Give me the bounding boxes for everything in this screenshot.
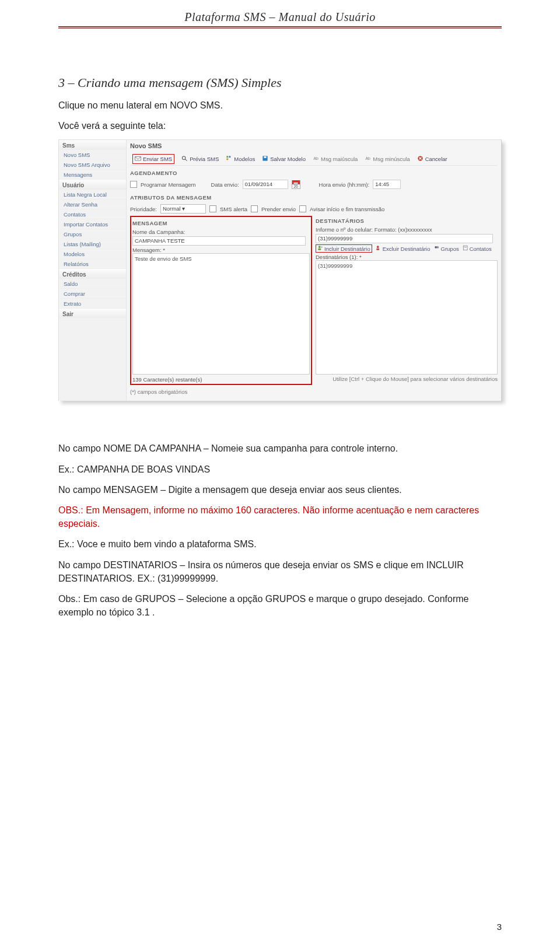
sms-alerta-checkbox[interactable] xyxy=(209,205,216,212)
toolbar-cancelar[interactable]: Cancelar xyxy=(417,155,447,163)
svg-line-2 xyxy=(185,159,187,161)
toolbar-minuscula-label: Msg minúscula xyxy=(373,156,410,162)
after-p5: Ex.: Voce e muito bem vindo a plataforma… xyxy=(58,537,502,551)
sidebar-group-creditos: Créditos xyxy=(59,269,126,279)
excluir-label: Excluir Destinatário xyxy=(383,246,430,252)
toolbar-previa[interactable]: Prévia SMS xyxy=(181,155,219,163)
data-envio-label: Data envio: xyxy=(211,181,239,188)
programar-label: Programar Mensagem xyxy=(141,181,196,188)
svg-rect-5 xyxy=(227,159,229,160)
programar-checkbox[interactable] xyxy=(130,181,137,188)
sidebar-item-alterar-senha[interactable]: Alterar Senha xyxy=(59,200,126,209)
cancel-icon xyxy=(417,155,424,163)
prioridade-select[interactable]: Normal ▾ xyxy=(160,204,206,214)
sidebar-item-comprar[interactable]: Comprar xyxy=(59,289,126,299)
svg-text:Ab: Ab xyxy=(313,157,318,161)
sidebar-item-relatorios[interactable]: Relatórios xyxy=(59,259,126,269)
sidebar-item-grupos[interactable]: Grupos xyxy=(59,229,126,239)
sidebar-item-modelos[interactable]: Modelos xyxy=(59,249,126,259)
mensagem-highlight: MENSAGEM Nome da Campanha: CAMPANHA TEST… xyxy=(130,216,312,385)
group-icon xyxy=(434,245,440,252)
svg-rect-4 xyxy=(229,156,231,158)
contatos-button[interactable]: Contatos xyxy=(463,245,492,252)
grupos-label: Grupos xyxy=(441,246,459,252)
toolbar-salvar[interactable]: Salvar Modelo xyxy=(262,155,306,163)
destinatarios-listbox[interactable]: (31)99999999 xyxy=(316,260,498,375)
spacer xyxy=(58,407,502,435)
svg-rect-17 xyxy=(376,249,379,250)
agendamento-row: Programar Mensagem Data envio: 01/09/201… xyxy=(130,180,498,189)
campos-obrigatorios: (*) campos obrigatórios xyxy=(130,385,498,395)
sidebar-group-sair[interactable]: Sair xyxy=(59,309,126,319)
toolbar-maiuscula[interactable]: Ab Msg maiúscula xyxy=(313,155,358,163)
save-icon xyxy=(262,155,268,163)
svg-point-16 xyxy=(377,246,379,249)
nome-campanha-input[interactable]: CAMPANHA TESTE xyxy=(132,236,306,246)
prender-envio-checkbox[interactable] xyxy=(251,205,258,212)
avisar-label: Avisar início e fim transmissão xyxy=(310,206,384,212)
col-destinatarios: DESTINATÁRIOS Informe o nº do celular: F… xyxy=(316,216,498,385)
svg-point-19 xyxy=(436,246,439,249)
hora-envio-input[interactable]: 14:45 xyxy=(373,180,401,189)
user-remove-icon xyxy=(376,245,382,252)
agendamento-label: AGENDAMENTO xyxy=(130,168,498,179)
sidebar-item-extrato[interactable]: Extrato xyxy=(59,299,126,309)
uppercase-icon: Ab xyxy=(313,155,319,163)
toolbar-modelos-label: Modelos xyxy=(234,156,255,162)
toolbar-enviar-label: Enviar SMS xyxy=(143,156,172,162)
sidebar-item-novo-sms-arquivo[interactable]: Novo SMS Arquivo xyxy=(59,160,126,170)
two-col: MENSAGEM Nome da Campanha: CAMPANHA TEST… xyxy=(130,216,498,385)
sidebar-item-saldo[interactable]: Saldo xyxy=(59,279,126,289)
running-head: Plataforma SMS – Manual do Usuário xyxy=(58,11,502,24)
lowercase-icon: Ab xyxy=(365,155,371,163)
informe-celular-label: Informe o nº do celular: Formato: (xx)xx… xyxy=(316,226,498,233)
mensagem-textarea[interactable]: Teste de envio de SMS xyxy=(132,253,310,375)
intro-line-2: Você verá a seguinte tela: xyxy=(58,119,502,132)
after-p3: No campo MENSAGEM – Digite a mensagem qu… xyxy=(58,483,502,496)
after-p7: Obs.: Em caso de GRUPOS – Selecione a op… xyxy=(58,592,502,619)
send-mail-icon xyxy=(135,155,141,163)
destinatarios-label: DESTINATÁRIOS xyxy=(316,216,498,226)
svg-rect-20 xyxy=(463,246,467,251)
sidebar-item-mensagens[interactable]: Mensagens xyxy=(59,170,126,180)
hora-envio-label: Hora envio (hh:mm): xyxy=(319,181,370,188)
toolbar-enviar-sms[interactable]: Enviar SMS xyxy=(132,154,174,164)
sidebar-item-lista-negra[interactable]: Lista Negra Local xyxy=(59,190,126,200)
templates-icon xyxy=(226,155,232,163)
contacts-icon xyxy=(463,245,468,252)
toolbar-cancelar-label: Cancelar xyxy=(425,156,447,162)
avisar-checkbox[interactable] xyxy=(299,205,306,212)
incluir-label: Incluir Destinatário xyxy=(324,246,370,252)
excluir-destinatario-button[interactable]: Excluir Destinatário xyxy=(376,245,430,252)
contatos-label: Contatos xyxy=(470,246,492,252)
header-rule-thick xyxy=(58,26,502,27)
svg-text:Ab: Ab xyxy=(366,157,371,161)
after-p6: No campo DESTINATARIOS – Insira os númer… xyxy=(58,558,502,585)
mensagem-label: MENSAGEM xyxy=(132,218,310,229)
svg-point-13 xyxy=(318,246,321,249)
dest-actions: + Incluir Destinatário Excluir Destinatá… xyxy=(316,244,498,253)
toolbar-maiuscula-label: Msg maiúscula xyxy=(321,156,358,162)
panel-main: Novo SMS Enviar SMS Prévia SMS Modelos S… xyxy=(127,140,501,401)
sidebar-item-novo-sms[interactable]: Novo SMS xyxy=(59,150,126,160)
destinatarios-hint: Utilize [Ctrl + Clique do Mouse] para se… xyxy=(316,375,498,382)
user-add-icon: + xyxy=(317,245,323,252)
toolbar-minuscula[interactable]: Ab Msg minúscula xyxy=(365,155,410,163)
toolbar-modelos[interactable]: Modelos xyxy=(226,155,255,163)
incluir-destinatario-button[interactable]: + Incluir Destinatário xyxy=(316,244,372,253)
intro-line-1: Clique no menu lateral em NOVO SMS. xyxy=(58,99,502,112)
sidebar-item-contatos[interactable]: Contatos xyxy=(59,209,126,219)
sidebar-item-importar-contatos[interactable]: Importar Contatos xyxy=(59,219,126,229)
sidebar-item-listas[interactable]: Listas (Mailing) xyxy=(59,239,126,249)
section-title: 3 – Criando uma mensagem (SMS) Simples xyxy=(58,75,502,90)
grupos-button[interactable]: Grupos xyxy=(434,245,459,252)
nome-campanha-label: Nome da Campanha: xyxy=(132,229,310,235)
destinatarios-list-label: Destinatários (1): * xyxy=(316,254,498,260)
page-number: 3 xyxy=(497,922,502,932)
preview-icon xyxy=(181,155,188,163)
calendar-icon[interactable]: ▬26 xyxy=(292,180,300,189)
celular-input[interactable]: (31)99999999 xyxy=(316,234,493,243)
prender-envio-label: Prender envio xyxy=(261,206,296,212)
sms-alerta-label: SMS alerta xyxy=(220,206,247,212)
data-envio-input[interactable]: 01/09/2014 xyxy=(243,180,288,189)
